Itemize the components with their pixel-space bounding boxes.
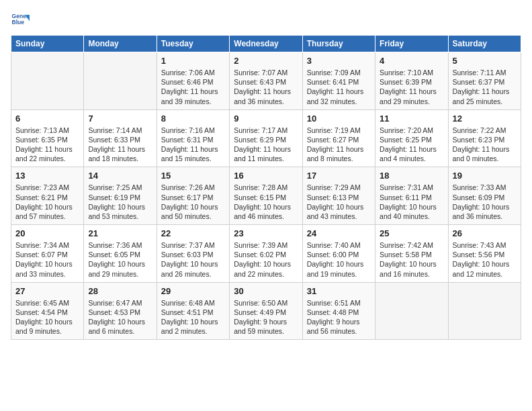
day-header-tuesday: Tuesday — [157, 36, 229, 52]
calendar-cell: 6Sunrise: 7:13 AM Sunset: 6:35 PM Daylig… — [11, 109, 84, 167]
calendar-cell: 4Sunrise: 7:10 AM Sunset: 6:39 PM Daylig… — [375, 52, 448, 110]
cell-info: Sunrise: 7:20 AM Sunset: 6:25 PM Dayligh… — [380, 126, 443, 164]
cell-info: Sunrise: 7:36 AM Sunset: 6:05 PM Dayligh… — [88, 240, 152, 279]
calendar-cell: 3Sunrise: 7:09 AM Sunset: 6:41 PM Daylig… — [302, 52, 375, 110]
day-header-friday: Friday — [375, 36, 448, 52]
cell-info: Sunrise: 7:40 AM Sunset: 6:00 PM Dayligh… — [307, 240, 371, 279]
calendar-cell: 11Sunrise: 7:20 AM Sunset: 6:25 PM Dayli… — [375, 109, 448, 167]
cell-date-number: 18 — [380, 171, 443, 181]
calendar-cell: 15Sunrise: 7:26 AM Sunset: 6:17 PM Dayli… — [157, 167, 229, 225]
calendar-cell — [11, 52, 84, 110]
cell-date-number: 21 — [88, 228, 152, 238]
cell-date-number: 17 — [307, 171, 371, 181]
cell-date-number: 6 — [15, 113, 79, 124]
calendar-cell: 21Sunrise: 7:36 AM Sunset: 6:05 PM Dayli… — [84, 225, 157, 283]
cell-date-number: 9 — [234, 113, 298, 124]
cell-info: Sunrise: 7:07 AM Sunset: 6:43 PM Dayligh… — [234, 68, 298, 106]
cell-info: Sunrise: 6:51 AM Sunset: 4:48 PM Dayligh… — [307, 298, 371, 336]
cell-date-number: 30 — [234, 286, 298, 296]
cell-date-number: 25 — [380, 228, 443, 238]
cell-date-number: 24 — [307, 228, 371, 238]
cell-info: Sunrise: 7:37 AM Sunset: 6:03 PM Dayligh… — [161, 240, 225, 279]
cell-info: Sunrise: 6:45 AM Sunset: 4:54 PM Dayligh… — [15, 298, 79, 336]
calendar-cell — [84, 52, 157, 110]
cell-date-number: 13 — [15, 171, 79, 181]
day-header-thursday: Thursday — [302, 36, 375, 52]
cell-date-number: 7 — [88, 113, 152, 124]
calendar-cell: 18Sunrise: 7:31 AM Sunset: 6:11 PM Dayli… — [375, 167, 448, 225]
calendar-cell: 7Sunrise: 7:14 AM Sunset: 6:33 PM Daylig… — [84, 109, 157, 167]
calendar-cell: 31Sunrise: 6:51 AM Sunset: 4:48 PM Dayli… — [302, 282, 375, 340]
cell-info: Sunrise: 7:26 AM Sunset: 6:17 PM Dayligh… — [161, 183, 225, 221]
cell-info: Sunrise: 7:11 AM Sunset: 6:37 PM Dayligh… — [453, 68, 517, 106]
page-header: General Blue — [11, 11, 521, 30]
calendar-cell: 25Sunrise: 7:42 AM Sunset: 5:58 PM Dayli… — [375, 225, 448, 283]
calendar-cell: 29Sunrise: 6:48 AM Sunset: 4:51 PM Dayli… — [157, 282, 229, 340]
calendar-cell: 27Sunrise: 6:45 AM Sunset: 4:54 PM Dayli… — [11, 282, 84, 340]
cell-info: Sunrise: 7:16 AM Sunset: 6:31 PM Dayligh… — [161, 126, 225, 164]
calendar-cell — [448, 282, 521, 340]
cell-info: Sunrise: 7:06 AM Sunset: 6:46 PM Dayligh… — [161, 68, 225, 106]
calendar-cell: 26Sunrise: 7:43 AM Sunset: 5:56 PM Dayli… — [448, 225, 521, 283]
logo: General Blue — [11, 11, 30, 30]
day-header-wednesday: Wednesday — [230, 36, 302, 52]
cell-info: Sunrise: 7:31 AM Sunset: 6:11 PM Dayligh… — [380, 183, 443, 221]
cell-info: Sunrise: 7:14 AM Sunset: 6:33 PM Dayligh… — [88, 126, 152, 164]
cell-info: Sunrise: 7:22 AM Sunset: 6:23 PM Dayligh… — [453, 126, 517, 164]
cell-info: Sunrise: 7:13 AM Sunset: 6:35 PM Dayligh… — [15, 126, 79, 164]
calendar-week-5: 27Sunrise: 6:45 AM Sunset: 4:54 PM Dayli… — [11, 282, 521, 340]
calendar-cell: 28Sunrise: 6:47 AM Sunset: 4:53 PM Dayli… — [84, 282, 157, 340]
cell-date-number: 28 — [88, 286, 152, 296]
cell-date-number: 20 — [15, 228, 79, 238]
calendar-header: SundayMondayTuesdayWednesdayThursdayFrid… — [11, 36, 521, 52]
cell-date-number: 29 — [161, 286, 225, 296]
calendar-week-3: 13Sunrise: 7:23 AM Sunset: 6:21 PM Dayli… — [11, 167, 521, 225]
calendar-cell: 5Sunrise: 7:11 AM Sunset: 6:37 PM Daylig… — [448, 52, 521, 110]
cell-date-number: 12 — [453, 113, 517, 124]
cell-info: Sunrise: 7:25 AM Sunset: 6:19 PM Dayligh… — [88, 183, 152, 221]
cell-info: Sunrise: 6:48 AM Sunset: 4:51 PM Dayligh… — [161, 298, 225, 336]
cell-date-number: 23 — [234, 228, 298, 238]
cell-info: Sunrise: 7:10 AM Sunset: 6:39 PM Dayligh… — [380, 68, 443, 106]
cell-date-number: 27 — [15, 286, 79, 296]
calendar-cell: 20Sunrise: 7:34 AM Sunset: 6:07 PM Dayli… — [11, 225, 84, 283]
cell-date-number: 2 — [234, 56, 298, 66]
calendar-cell: 17Sunrise: 7:29 AM Sunset: 6:13 PM Dayli… — [302, 167, 375, 225]
cell-info: Sunrise: 7:42 AM Sunset: 5:58 PM Dayligh… — [380, 240, 443, 279]
cell-date-number: 1 — [161, 56, 225, 66]
calendar-cell: 30Sunrise: 6:50 AM Sunset: 4:49 PM Dayli… — [230, 282, 302, 340]
calendar-cell: 10Sunrise: 7:19 AM Sunset: 6:27 PM Dayli… — [302, 109, 375, 167]
cell-info: Sunrise: 7:09 AM Sunset: 6:41 PM Dayligh… — [307, 68, 371, 106]
cell-date-number: 5 — [453, 56, 517, 66]
day-header-monday: Monday — [84, 36, 157, 52]
cell-date-number: 10 — [307, 113, 371, 124]
calendar-cell: 22Sunrise: 7:37 AM Sunset: 6:03 PM Dayli… — [157, 225, 229, 283]
cell-date-number: 26 — [453, 228, 517, 238]
cell-date-number: 8 — [161, 113, 225, 124]
calendar-cell: 12Sunrise: 7:22 AM Sunset: 6:23 PM Dayli… — [448, 109, 521, 167]
cell-info: Sunrise: 7:28 AM Sunset: 6:15 PM Dayligh… — [234, 183, 298, 221]
cell-info: Sunrise: 6:47 AM Sunset: 4:53 PM Dayligh… — [88, 298, 152, 336]
calendar-cell: 13Sunrise: 7:23 AM Sunset: 6:21 PM Dayli… — [11, 167, 84, 225]
cell-info: Sunrise: 7:19 AM Sunset: 6:27 PM Dayligh… — [307, 126, 371, 164]
cell-date-number: 14 — [88, 171, 152, 181]
cell-date-number: 22 — [161, 228, 225, 238]
cell-date-number: 16 — [234, 171, 298, 181]
calendar-week-2: 6Sunrise: 7:13 AM Sunset: 6:35 PM Daylig… — [11, 109, 521, 167]
day-header-saturday: Saturday — [448, 36, 521, 52]
cell-info: Sunrise: 7:34 AM Sunset: 6:07 PM Dayligh… — [15, 240, 79, 279]
cell-info: Sunrise: 7:43 AM Sunset: 5:56 PM Dayligh… — [453, 240, 517, 279]
cell-info: Sunrise: 7:33 AM Sunset: 6:09 PM Dayligh… — [453, 183, 517, 221]
svg-text:Blue: Blue — [12, 19, 25, 26]
calendar-cell: 8Sunrise: 7:16 AM Sunset: 6:31 PM Daylig… — [157, 109, 229, 167]
cell-info: Sunrise: 7:29 AM Sunset: 6:13 PM Dayligh… — [307, 183, 371, 221]
cell-info: Sunrise: 7:23 AM Sunset: 6:21 PM Dayligh… — [15, 183, 79, 221]
calendar-week-4: 20Sunrise: 7:34 AM Sunset: 6:07 PM Dayli… — [11, 225, 521, 283]
cell-date-number: 3 — [307, 56, 371, 66]
calendar-cell: 1Sunrise: 7:06 AM Sunset: 6:46 PM Daylig… — [157, 52, 229, 110]
calendar-cell — [375, 282, 448, 340]
cell-info: Sunrise: 6:50 AM Sunset: 4:49 PM Dayligh… — [234, 298, 298, 336]
cell-info: Sunrise: 7:39 AM Sunset: 6:02 PM Dayligh… — [234, 240, 298, 279]
calendar-cell: 23Sunrise: 7:39 AM Sunset: 6:02 PM Dayli… — [230, 225, 302, 283]
cell-date-number: 19 — [453, 171, 517, 181]
